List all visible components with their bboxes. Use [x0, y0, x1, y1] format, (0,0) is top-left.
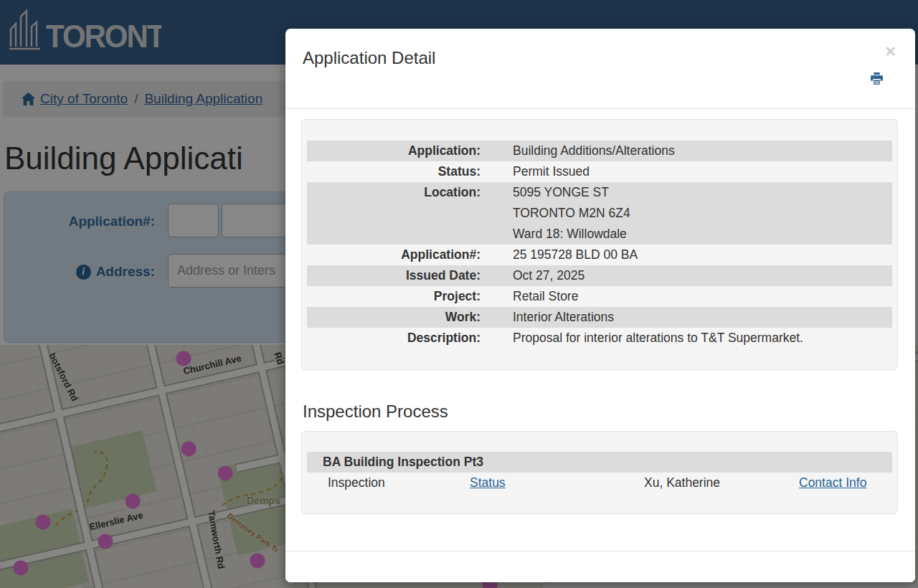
inspector-name: Xu, Katherine [644, 473, 799, 493]
detail-row-status: Status: Permit Issued [307, 161, 892, 182]
inspection-row: Inspection Status Xu, Katherine Contact … [307, 473, 892, 493]
inspection-type: Inspection [307, 473, 470, 493]
inspection-group-title: BA Building Inspection Pt3 [307, 452, 892, 473]
modal-footer [285, 551, 915, 582]
inspection-process-heading: Inspection Process [303, 402, 898, 422]
application-detail-modal: Application Detail ✕ Application: Buildi… [285, 29, 915, 582]
detail-row-project: Project: Retail Store [307, 286, 892, 307]
detail-row-issued-date: Issued Date: Oct 27, 2025 [307, 265, 892, 286]
modal-body: Application: Building Additions/Alterati… [285, 109, 915, 514]
inspection-panel: BA Building Inspection Pt3 Inspection St… [301, 431, 898, 514]
modal-title: Application Detail [303, 48, 435, 68]
detail-row-description: Description: Proposal for interior alter… [307, 328, 892, 348]
print-button[interactable] [870, 72, 884, 87]
detail-row-location: Location: 5095 YONGE ST TORONTO M2N 6Z4 … [307, 182, 892, 245]
application-detail-panel: Application: Building Additions/Alterati… [301, 119, 898, 370]
detail-row-application: Application: Building Additions/Alterati… [307, 141, 892, 161]
close-icon[interactable]: ✕ [884, 44, 896, 59]
modal-header: Application Detail ✕ [285, 29, 915, 109]
contact-info-link[interactable]: Contact Info [799, 475, 866, 490]
detail-row-application-number: Application#: 25 195728 BLD 00 BA [307, 245, 892, 265]
inspection-status-link[interactable]: Status [470, 475, 506, 490]
printer-icon [870, 72, 884, 85]
detail-row-work: Work: Interior Alterations [307, 307, 892, 328]
